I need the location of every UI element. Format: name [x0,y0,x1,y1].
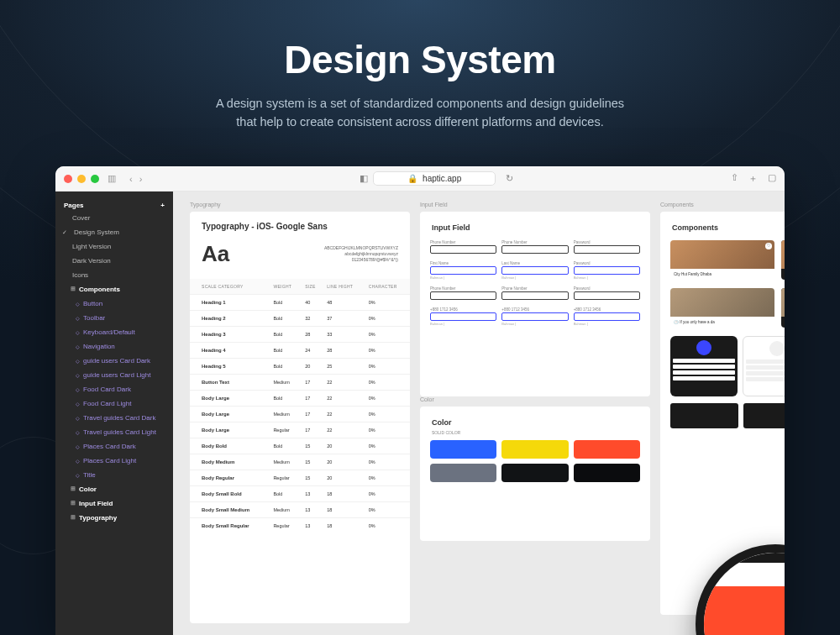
input-field-spec[interactable]: Phone Number [501,286,568,301]
input-field-panel[interactable]: Input Field Input Field Phone NumberPhon… [420,212,650,396]
sidebar-page-item[interactable]: Cover [55,211,173,225]
type-scale-row: Heading 1Bold40480% [190,295,410,311]
url-text: haptic.app [423,174,461,183]
browser-window: ▥ ‹ › ◧ 🔒 haptic.app ↻ ⇧ ＋ ▢ Pages+ Cove… [55,166,785,635]
sidebar-page-item[interactable]: Design System [55,225,173,239]
food-card-dark[interactable]: City Hut Family Dhaba [781,240,785,280]
type-scale-row: Heading 3Bold28330% [190,327,410,343]
typography-panel[interactable]: Typography Typography - iOS- Google Sans… [190,212,410,623]
type-scale-row: Heading 4Bold24280% [190,343,410,359]
nav-preview-dark[interactable] [670,336,738,396]
sidebar-frame-item[interactable]: Input Field [55,496,173,511]
alphabet-sample: ABCDEFGHIJKLMNOPQRSTUVWXYZ abcdefghijklm… [324,245,398,263]
type-sample: Aa [202,241,229,267]
input-field-title: Input Field [420,212,650,240]
type-scale-row: Body LargeRegular17220% [190,422,410,438]
back-button[interactable]: ‹ [129,174,133,184]
sidebar-toggle-icon[interactable]: ▥ [108,173,116,184]
add-page-icon[interactable]: + [160,202,165,209]
sidebar-section-components: Components [55,282,173,297]
forward-button[interactable]: › [139,174,143,184]
type-scale-row: Body Small RegularRegular13180% [190,518,410,534]
reload-icon[interactable]: ↻ [506,173,513,184]
title-card-dark[interactable] [743,403,785,428]
heart-icon[interactable] [765,243,772,249]
color-swatch[interactable] [501,440,568,459]
input-field-spec[interactable]: PasswordBahman | [574,261,640,280]
tabs-icon[interactable]: ▢ [768,172,776,185]
sidebar-component-item[interactable]: Travel guides Card Light [55,425,173,439]
input-field-spec[interactable]: Phone Number [430,286,496,301]
type-scale-row: Body BoldBold15200% [190,438,410,454]
shield-icon[interactable]: ◧ [360,173,368,184]
sidebar-component-item[interactable]: Food Card Dark [55,382,173,396]
panel-label: Typography [190,202,221,207]
input-field-spec[interactable]: Phone Number [430,240,496,255]
typography-title: Typography - iOS- Google Sans [190,212,410,236]
sidebar-section-pages: Pages+ [55,198,173,211]
color-swatch[interactable] [430,464,496,482]
typography-table: SCALE CATEGORYWEIGHTSIZELINE HIGHTCHARAC… [190,279,410,533]
close-icon[interactable] [64,175,72,183]
share-icon[interactable]: ⇧ [731,172,738,185]
input-field-spec[interactable]: +880 1712 3456Bahman | [501,307,568,326]
new-tab-icon[interactable]: ＋ [748,172,758,185]
type-scale-row: Body RegularRegular15200% [190,470,410,486]
type-scale-row: Button TextMedium17220% [190,375,410,391]
type-scale-row: Body LargeBold17220% [190,391,410,407]
figma-sidebar[interactable]: Pages+ CoverDesign SystemLight VersionDa… [55,192,173,635]
input-field-spec[interactable]: Password [574,240,640,255]
sidebar-page-item[interactable]: Light Version [55,239,173,254]
input-field-spec[interactable]: Phone Number [501,240,568,255]
color-subtitle: SOLID COLOR [420,430,650,440]
sidebar-component-item[interactable]: guide users Card Light [55,368,173,382]
type-scale-row: Body LargeMedium17220% [190,407,410,422]
color-swatch[interactable] [501,464,568,482]
type-scale-row: Heading 5Bold20250% [190,359,410,375]
sidebar-component-item[interactable]: guide users Card Dark [55,354,173,368]
figma-canvas[interactable]: Typography Typography - iOS- Google Sans… [173,192,785,635]
sidebar-component-item[interactable]: Button [55,297,173,311]
sidebar-component-item[interactable]: Food Card Light [55,396,173,411]
browser-chrome: ▥ ‹ › ◧ 🔒 haptic.app ↻ ⇧ ＋ ▢ [55,166,785,192]
guide-card-dark[interactable]: 🕐 If you only have a da [781,288,785,328]
traffic-lights[interactable] [64,175,99,183]
sidebar-component-item[interactable]: Toolbar [55,311,173,325]
panel-label: Color [420,396,434,402]
sidebar-component-item[interactable]: Places Card Dark [55,439,173,454]
sidebar-component-item[interactable]: Travel guides Card Dark [55,411,173,425]
color-panel[interactable]: Color Color SOLID COLOR [420,407,650,541]
panel-label: Input Field [420,202,448,207]
type-scale-row: Body Small MediumMedium13180% [190,502,410,518]
color-swatch[interactable] [430,440,496,459]
lock-icon: 🔒 [407,174,417,183]
title-card-dark[interactable] [670,403,738,428]
minimize-icon[interactable] [77,175,86,183]
input-field-spec[interactable]: +880 1712 3456Bahman | [574,307,640,326]
guide-card-light[interactable]: 🕐 If you only have a da [670,288,774,328]
color-swatch[interactable] [574,464,640,482]
type-scale-row: Body MediumMedium15200% [190,454,410,470]
input-field-spec[interactable]: Last NameBahman | [501,261,568,280]
components-title: Components [660,212,785,240]
sidebar-component-item[interactable]: Title [55,468,173,482]
sidebar-frame-item[interactable]: Color [55,482,173,496]
sidebar-page-item[interactable]: Icons [55,268,173,282]
food-card-light[interactable]: City Hut Family Dhaba [670,240,774,280]
address-bar[interactable]: 🔒 haptic.app [373,171,496,186]
input-field-spec[interactable]: First NameBahman | [430,261,496,280]
sidebar-frame-item[interactable]: Typography [55,511,173,525]
color-swatch[interactable] [574,440,640,459]
components-panel[interactable]: Components Components City Hut Family Dh… [660,212,785,615]
input-field-spec[interactable]: Password [574,286,640,301]
type-scale-row: Body Small BoldBold13180% [190,486,410,502]
color-title: Color [420,407,650,430]
maximize-icon[interactable] [91,175,99,183]
sidebar-component-item[interactable]: Keyboard/Default [55,325,173,339]
sidebar-component-item[interactable]: Navigation [55,339,173,354]
sidebar-page-item[interactable]: Dark Version [55,254,173,268]
nav-preview-light[interactable] [743,336,785,396]
sidebar-component-item[interactable]: Places Card Light [55,454,173,468]
input-field-spec[interactable]: +880 1712 3456Bahman | [430,307,496,326]
type-scale-row: Heading 2Bold32370% [190,311,410,327]
